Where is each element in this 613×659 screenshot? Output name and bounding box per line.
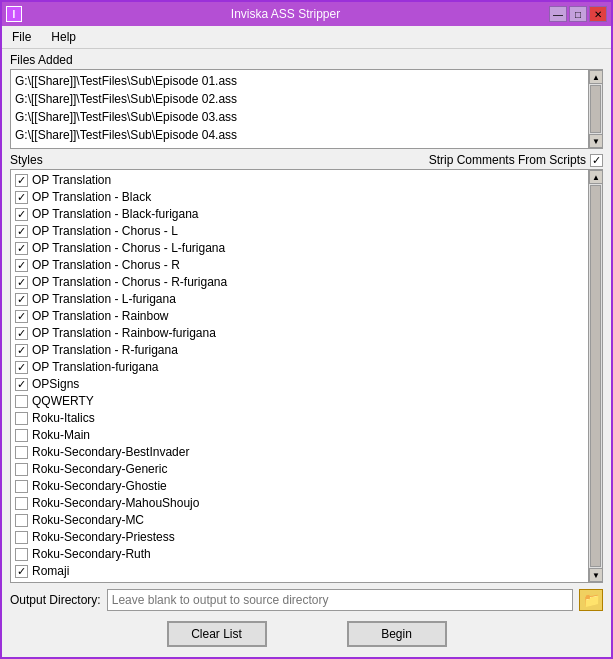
strip-comments-container: Strip Comments From Scripts	[429, 153, 603, 167]
strip-comments-label: Strip Comments From Scripts	[429, 153, 586, 167]
title-bar: I Inviska ASS Stripper — □ ✕	[2, 2, 611, 26]
minimize-button[interactable]: —	[549, 6, 567, 22]
list-item: G:\[[Share]]\TestFiles\Sub\Episode 02.as…	[15, 90, 584, 108]
style-checkbox-3[interactable]	[15, 225, 28, 238]
styles-scroll-down-button[interactable]: ▼	[589, 568, 603, 582]
list-item: OP Translation - Rainbow	[15, 308, 584, 325]
scroll-down-button[interactable]: ▼	[589, 134, 603, 148]
style-checkbox-0[interactable]	[15, 174, 28, 187]
menu-bar: File Help	[2, 26, 611, 49]
styles-scroll-up-button[interactable]: ▲	[589, 170, 603, 184]
list-item: Roku-Secondary-MC	[15, 512, 584, 529]
menu-file[interactable]: File	[6, 28, 37, 46]
list-item: OP Translation-furigana	[15, 359, 584, 376]
list-item: Roku-Main	[15, 427, 584, 444]
list-item: OP Translation - Chorus - R	[15, 257, 584, 274]
list-item: OP Translation - Black-furigana	[15, 206, 584, 223]
style-checkbox-1[interactable]	[15, 191, 28, 204]
list-item: G:\[[Share]]\TestFiles\Sub\Episode 04.as…	[15, 126, 584, 144]
list-item: OP Translation - Rainbow-furigana	[15, 325, 584, 342]
close-button[interactable]: ✕	[589, 6, 607, 22]
window-controls: — □ ✕	[549, 6, 607, 22]
style-checkbox-11[interactable]	[15, 361, 28, 374]
style-checkbox-17[interactable]	[15, 463, 28, 476]
style-checkbox-18[interactable]	[15, 480, 28, 493]
list-item: OP Translation - R-furigana	[15, 342, 584, 359]
files-scrollbar[interactable]: ▲ ▼	[588, 70, 602, 148]
style-checkbox-12[interactable]	[15, 378, 28, 391]
list-item: G:\[[Share]]\TestFiles\Sub\Episode 03.as…	[15, 108, 584, 126]
strip-comments-checkbox[interactable]	[590, 154, 603, 167]
list-item: Roku-Secondary-Priestess	[15, 529, 584, 546]
list-item: OPSigns	[15, 376, 584, 393]
styles-scrollbar[interactable]: ▲ ▼	[588, 170, 602, 582]
clear-list-button[interactable]: Clear List	[167, 621, 267, 647]
scroll-thumb[interactable]	[590, 85, 601, 133]
browse-folder-button[interactable]: 📁	[579, 589, 603, 611]
files-list: G:\[[Share]]\TestFiles\Sub\Episode 01.as…	[11, 70, 588, 148]
maximize-button[interactable]: □	[569, 6, 587, 22]
list-item: OP Translation - Chorus - R-furigana	[15, 274, 584, 291]
style-checkbox-14[interactable]	[15, 412, 28, 425]
list-item: Roku-Italics	[15, 410, 584, 427]
files-list-container[interactable]: G:\[[Share]]\TestFiles\Sub\Episode 01.as…	[10, 69, 603, 149]
list-item: OP Translation	[15, 172, 584, 189]
list-item: Roku-Secondary-Ghostie	[15, 478, 584, 495]
list-item: Roku-Secondary-MahouShoujo	[15, 495, 584, 512]
menu-help[interactable]: Help	[45, 28, 82, 46]
style-checkbox-15[interactable]	[15, 429, 28, 442]
style-checkbox-5[interactable]	[15, 259, 28, 272]
styles-scroll-thumb[interactable]	[590, 185, 601, 567]
list-item: Romaji	[15, 563, 584, 580]
app-icon: I	[6, 6, 22, 22]
list-item: Roku-Secondary-Generic	[15, 461, 584, 478]
style-checkbox-4[interactable]	[15, 242, 28, 255]
style-checkbox-6[interactable]	[15, 276, 28, 289]
style-checkbox-9[interactable]	[15, 327, 28, 340]
list-item: Roku-Secondary-Ruth	[15, 546, 584, 563]
output-directory-row: Output Directory: 📁	[2, 583, 611, 617]
style-checkbox-13[interactable]	[15, 395, 28, 408]
style-checkbox-8[interactable]	[15, 310, 28, 323]
output-label: Output Directory:	[10, 593, 101, 607]
files-added-label: Files Added	[2, 49, 611, 69]
style-checkbox-22[interactable]	[15, 548, 28, 561]
list-item: OP Translation - Black	[15, 189, 584, 206]
style-checkbox-21[interactable]	[15, 531, 28, 544]
list-item: OP Translation - Chorus - L-furigana	[15, 240, 584, 257]
window-title: Inviska ASS Stripper	[22, 7, 549, 21]
style-checkbox-2[interactable]	[15, 208, 28, 221]
style-checkbox-23[interactable]	[15, 565, 28, 578]
output-input[interactable]	[107, 589, 573, 611]
folder-icon: 📁	[583, 592, 600, 608]
styles-label: Styles	[10, 153, 43, 167]
begin-button[interactable]: Begin	[347, 621, 447, 647]
style-checkbox-10[interactable]	[15, 344, 28, 357]
main-window: I Inviska ASS Stripper — □ ✕ File Help F…	[0, 0, 613, 659]
style-checkbox-19[interactable]	[15, 497, 28, 510]
style-checkbox-20[interactable]	[15, 514, 28, 527]
list-item: OP Translation - Chorus - L	[15, 223, 584, 240]
styles-header: Styles Strip Comments From Scripts	[2, 149, 611, 169]
styles-list-container[interactable]: OP Translation OP Translation - Black OP…	[10, 169, 603, 583]
list-item: Roku-Secondary-BestInvader	[15, 444, 584, 461]
list-item: OP Translation - L-furigana	[15, 291, 584, 308]
list-item: G:\[[Share]]\TestFiles\Sub\Episode 01.as…	[15, 72, 584, 90]
scroll-up-button[interactable]: ▲	[589, 70, 603, 84]
style-checkbox-16[interactable]	[15, 446, 28, 459]
list-item: QQWERTY	[15, 393, 584, 410]
bottom-buttons: Clear List Begin	[2, 617, 611, 657]
style-checkbox-7[interactable]	[15, 293, 28, 306]
styles-list: OP Translation OP Translation - Black OP…	[11, 170, 588, 582]
